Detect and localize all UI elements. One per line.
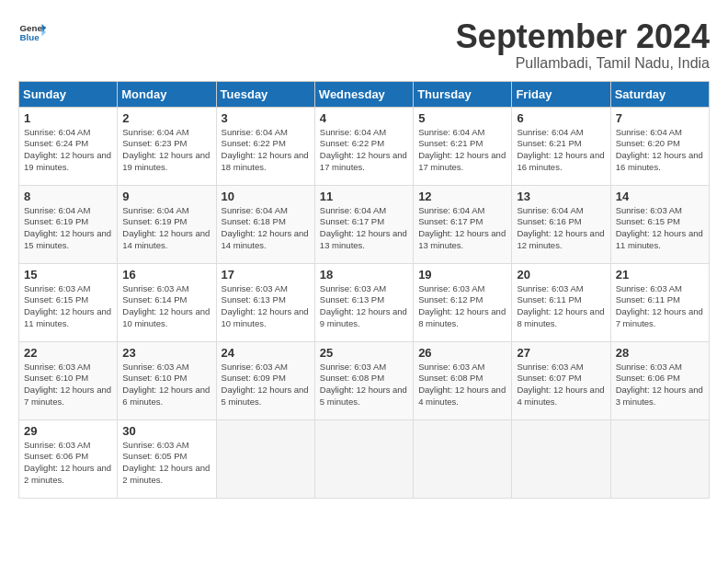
calendar-cell: 18 Sunrise: 6:03 AMSunset: 6:13 PMDaylig… bbox=[314, 263, 413, 341]
cell-info: Sunrise: 6:04 AMSunset: 6:21 PMDaylight:… bbox=[517, 127, 604, 172]
day-number: 24 bbox=[222, 346, 310, 360]
cell-info: Sunrise: 6:03 AMSunset: 6:06 PMDaylight:… bbox=[616, 362, 703, 407]
calendar-cell: 14 Sunrise: 6:03 AMSunset: 6:15 PMDaylig… bbox=[610, 185, 709, 263]
calendar-cell: 5 Sunrise: 6:04 AMSunset: 6:21 PMDayligh… bbox=[414, 107, 512, 185]
cell-info: Sunrise: 6:03 AMSunset: 6:14 PMDaylight:… bbox=[122, 283, 210, 328]
day-number: 15 bbox=[24, 268, 112, 282]
day-number: 5 bbox=[418, 111, 506, 125]
calendar-cell: 28 Sunrise: 6:03 AMSunset: 6:06 PMDaylig… bbox=[610, 341, 709, 419]
day-number: 13 bbox=[517, 190, 605, 203]
calendar-cell: 2 Sunrise: 6:04 AMSunset: 6:23 PMDayligh… bbox=[118, 107, 216, 185]
month-title: September 2024 bbox=[456, 18, 710, 55]
calendar-cell: 3 Sunrise: 6:04 AMSunset: 6:22 PMDayligh… bbox=[216, 107, 314, 185]
day-number: 3 bbox=[222, 111, 310, 125]
col-header-monday: Monday bbox=[118, 81, 216, 107]
header-row: SundayMondayTuesdayWednesdayThursdayFrid… bbox=[19, 81, 710, 107]
cell-info: Sunrise: 6:04 AMSunset: 6:22 PMDaylight:… bbox=[222, 127, 309, 172]
cell-info: Sunrise: 6:04 AMSunset: 6:18 PMDaylight:… bbox=[222, 205, 309, 250]
cell-info: Sunrise: 6:03 AMSunset: 6:08 PMDaylight:… bbox=[418, 362, 506, 407]
day-number: 1 bbox=[24, 111, 112, 125]
header: General Blue September 2024 Pullambadi, … bbox=[18, 18, 710, 72]
calendar-cell: 24 Sunrise: 6:03 AMSunset: 6:09 PMDaylig… bbox=[216, 341, 314, 419]
calendar-cell bbox=[512, 419, 610, 498]
title-section: September 2024 Pullambadi, Tamil Nadu, I… bbox=[456, 18, 710, 72]
calendar-cell: 1 Sunrise: 6:04 AMSunset: 6:24 PMDayligh… bbox=[19, 107, 118, 185]
week-row-5: 29 Sunrise: 6:03 AMSunset: 6:06 PMDaylig… bbox=[19, 419, 710, 498]
day-number: 18 bbox=[320, 268, 408, 282]
day-number: 11 bbox=[320, 190, 408, 203]
day-number: 20 bbox=[517, 268, 605, 282]
day-number: 17 bbox=[222, 268, 310, 282]
calendar-cell: 25 Sunrise: 6:03 AMSunset: 6:08 PMDaylig… bbox=[314, 341, 413, 419]
cell-info: Sunrise: 6:03 AMSunset: 6:10 PMDaylight:… bbox=[24, 362, 111, 407]
week-row-2: 8 Sunrise: 6:04 AMSunset: 6:19 PMDayligh… bbox=[19, 185, 710, 263]
cell-info: Sunrise: 6:04 AMSunset: 6:16 PMDaylight:… bbox=[517, 205, 604, 250]
cell-info: Sunrise: 6:04 AMSunset: 6:24 PMDaylight:… bbox=[24, 127, 111, 172]
cell-info: Sunrise: 6:03 AMSunset: 6:06 PMDaylight:… bbox=[24, 440, 111, 485]
day-number: 14 bbox=[616, 190, 704, 203]
cell-info: Sunrise: 6:03 AMSunset: 6:11 PMDaylight:… bbox=[616, 283, 703, 328]
cell-info: Sunrise: 6:04 AMSunset: 6:23 PMDaylight:… bbox=[122, 127, 210, 172]
cell-info: Sunrise: 6:03 AMSunset: 6:13 PMDaylight:… bbox=[222, 283, 309, 328]
calendar-cell: 19 Sunrise: 6:03 AMSunset: 6:12 PMDaylig… bbox=[414, 263, 512, 341]
day-number: 4 bbox=[320, 111, 408, 125]
calendar-cell: 30 Sunrise: 6:03 AMSunset: 6:05 PMDaylig… bbox=[118, 419, 216, 498]
calendar-cell: 17 Sunrise: 6:03 AMSunset: 6:13 PMDaylig… bbox=[216, 263, 314, 341]
day-number: 29 bbox=[24, 424, 112, 438]
cell-info: Sunrise: 6:03 AMSunset: 6:07 PMDaylight:… bbox=[517, 362, 604, 407]
day-number: 8 bbox=[24, 190, 112, 203]
calendar-cell bbox=[610, 419, 709, 498]
week-row-4: 22 Sunrise: 6:03 AMSunset: 6:10 PMDaylig… bbox=[19, 341, 710, 419]
cell-info: Sunrise: 6:04 AMSunset: 6:19 PMDaylight:… bbox=[24, 205, 111, 250]
calendar-cell: 20 Sunrise: 6:03 AMSunset: 6:11 PMDaylig… bbox=[512, 263, 610, 341]
day-number: 6 bbox=[517, 111, 605, 125]
day-number: 25 bbox=[320, 346, 408, 360]
col-header-friday: Friday bbox=[512, 81, 610, 107]
cell-info: Sunrise: 6:03 AMSunset: 6:15 PMDaylight:… bbox=[24, 283, 111, 328]
cell-info: Sunrise: 6:04 AMSunset: 6:17 PMDaylight:… bbox=[320, 205, 407, 250]
col-header-thursday: Thursday bbox=[414, 81, 512, 107]
calendar-cell: 13 Sunrise: 6:04 AMSunset: 6:16 PMDaylig… bbox=[512, 185, 610, 263]
svg-text:Blue: Blue bbox=[20, 32, 40, 42]
calendar-cell: 15 Sunrise: 6:03 AMSunset: 6:15 PMDaylig… bbox=[19, 263, 118, 341]
location-subtitle: Pullambadi, Tamil Nadu, India bbox=[456, 55, 710, 72]
day-number: 12 bbox=[418, 190, 506, 203]
day-number: 10 bbox=[222, 190, 310, 203]
calendar-cell: 7 Sunrise: 6:04 AMSunset: 6:20 PMDayligh… bbox=[610, 107, 709, 185]
cell-info: Sunrise: 6:03 AMSunset: 6:12 PMDaylight:… bbox=[418, 283, 506, 328]
week-row-1: 1 Sunrise: 6:04 AMSunset: 6:24 PMDayligh… bbox=[19, 107, 710, 185]
calendar-table: SundayMondayTuesdayWednesdayThursdayFrid… bbox=[18, 81, 710, 499]
calendar-cell: 21 Sunrise: 6:03 AMSunset: 6:11 PMDaylig… bbox=[610, 263, 709, 341]
calendar-cell bbox=[314, 419, 413, 498]
cell-info: Sunrise: 6:04 AMSunset: 6:19 PMDaylight:… bbox=[122, 205, 210, 250]
cell-info: Sunrise: 6:04 AMSunset: 6:17 PMDaylight:… bbox=[418, 205, 506, 250]
calendar-cell: 22 Sunrise: 6:03 AMSunset: 6:10 PMDaylig… bbox=[19, 341, 118, 419]
day-number: 19 bbox=[418, 268, 506, 282]
day-number: 9 bbox=[122, 190, 210, 203]
cell-info: Sunrise: 6:03 AMSunset: 6:05 PMDaylight:… bbox=[122, 440, 210, 485]
logo: General Blue bbox=[18, 18, 46, 46]
calendar-cell: 4 Sunrise: 6:04 AMSunset: 6:22 PMDayligh… bbox=[314, 107, 413, 185]
day-number: 16 bbox=[122, 268, 210, 282]
day-number: 22 bbox=[24, 346, 112, 360]
logo-icon: General Blue bbox=[18, 18, 46, 46]
calendar-cell: 6 Sunrise: 6:04 AMSunset: 6:21 PMDayligh… bbox=[512, 107, 610, 185]
cell-info: Sunrise: 6:03 AMSunset: 6:10 PMDaylight:… bbox=[122, 362, 210, 407]
week-row-3: 15 Sunrise: 6:03 AMSunset: 6:15 PMDaylig… bbox=[19, 263, 710, 341]
calendar-cell: 16 Sunrise: 6:03 AMSunset: 6:14 PMDaylig… bbox=[118, 263, 216, 341]
calendar-cell: 27 Sunrise: 6:03 AMSunset: 6:07 PMDaylig… bbox=[512, 341, 610, 419]
calendar-cell: 26 Sunrise: 6:03 AMSunset: 6:08 PMDaylig… bbox=[414, 341, 512, 419]
day-number: 27 bbox=[517, 346, 605, 360]
day-number: 7 bbox=[616, 111, 704, 125]
cell-info: Sunrise: 6:03 AMSunset: 6:15 PMDaylight:… bbox=[616, 205, 703, 250]
cell-info: Sunrise: 6:03 AMSunset: 6:08 PMDaylight:… bbox=[320, 362, 407, 407]
day-number: 28 bbox=[616, 346, 704, 360]
calendar-cell: 9 Sunrise: 6:04 AMSunset: 6:19 PMDayligh… bbox=[118, 185, 216, 263]
col-header-wednesday: Wednesday bbox=[314, 81, 413, 107]
cell-info: Sunrise: 6:03 AMSunset: 6:13 PMDaylight:… bbox=[320, 283, 407, 328]
calendar-cell bbox=[216, 419, 314, 498]
col-header-sunday: Sunday bbox=[19, 81, 118, 107]
cell-info: Sunrise: 6:04 AMSunset: 6:20 PMDaylight:… bbox=[616, 127, 703, 172]
col-header-saturday: Saturday bbox=[610, 81, 709, 107]
calendar-cell: 12 Sunrise: 6:04 AMSunset: 6:17 PMDaylig… bbox=[414, 185, 512, 263]
